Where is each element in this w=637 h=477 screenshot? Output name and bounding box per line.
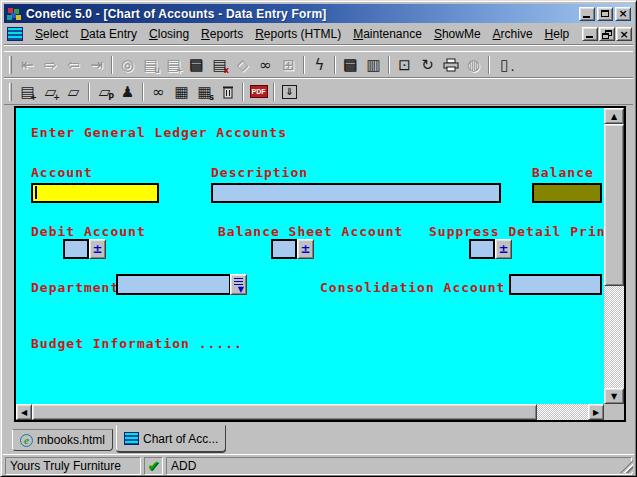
penguin-icon: ♟ bbox=[121, 83, 134, 101]
scroll-right-button[interactable]: ▶ bbox=[588, 404, 604, 420]
menu-help[interactable]: Help bbox=[539, 25, 576, 43]
menu-reports-html[interactable]: Reports (HTML) bbox=[249, 25, 347, 43]
export-button[interactable]: ⇓ bbox=[278, 81, 301, 103]
mode-text: ADD bbox=[171, 459, 196, 473]
nav-previous-button: ⇦ bbox=[62, 54, 85, 76]
department-dropdown-button[interactable]: ▼ bbox=[230, 274, 247, 295]
vertical-scroll-thumb[interactable] bbox=[604, 124, 624, 286]
nav-first-button: ⇤ bbox=[16, 54, 39, 76]
delete-record-icon-overlay: x bbox=[224, 66, 229, 75]
close-button[interactable]: × bbox=[615, 7, 631, 21]
menu-reports[interactable]: Reports bbox=[195, 25, 249, 43]
description-input[interactable] bbox=[211, 183, 501, 203]
add-record-icon-overlay: + bbox=[176, 66, 183, 75]
menu-select[interactable]: Select bbox=[29, 25, 74, 43]
checkmark-icon: ✔ bbox=[147, 457, 160, 475]
trash-button[interactable] bbox=[216, 81, 239, 103]
toolbar-row-1: ⇤⇨⇦⇥◎▤u▤+▤▤▤x◇∞⊞ϟ▤▤▥⊡↻◍▯· bbox=[4, 51, 633, 78]
nav-first-icon: ⇤ bbox=[21, 56, 34, 74]
find-record-button[interactable]: ∞ bbox=[254, 54, 277, 76]
vertical-scrollbar[interactable]: ▲ ▼ bbox=[604, 108, 624, 404]
maximize-button[interactable] bbox=[597, 7, 613, 21]
tab-label: mbooks.html bbox=[37, 433, 105, 447]
mdi-close-icon: × bbox=[619, 28, 628, 41]
window-tile-icon: ⊡ bbox=[398, 56, 411, 74]
spinner-updown-icon: ± bbox=[498, 242, 508, 256]
form-heading: Enter General Ledger Accounts bbox=[31, 125, 287, 140]
lightning-icon: ϟ bbox=[315, 56, 325, 74]
tab-chart-of-accounts[interactable]: Chart of Acc... bbox=[116, 425, 226, 452]
window-title: Conetic 5.0 - [Chart of Accounts - Data … bbox=[26, 7, 326, 21]
menu-showme[interactable]: ShowMe bbox=[428, 25, 487, 43]
menu-maintenance[interactable]: Maintenance bbox=[347, 25, 428, 43]
menu-bar: SelectData EntryClosingReportsReports (H… bbox=[4, 24, 633, 45]
spinner-updown-icon: ± bbox=[92, 242, 102, 256]
balance-sheet-spin-button[interactable]: ± bbox=[297, 239, 314, 259]
chevron-down-icon: ▼ bbox=[238, 285, 244, 294]
nav-last-icon: ⇥ bbox=[90, 56, 103, 74]
refresh-clock-button[interactable]: ↻ bbox=[416, 54, 439, 76]
horizontal-scroll-thumb[interactable] bbox=[32, 404, 537, 420]
mdi-minimize-button[interactable] bbox=[582, 27, 598, 41]
open-table-print-button[interactable]: ▱P bbox=[93, 81, 116, 103]
paste-button[interactable]: ▥ bbox=[362, 54, 385, 76]
mdi-system-menu-icon[interactable] bbox=[7, 27, 23, 41]
delete-record-button[interactable]: ▤x bbox=[208, 54, 231, 76]
balance-sheet-input[interactable] bbox=[271, 239, 297, 259]
balance-input[interactable] bbox=[532, 183, 602, 203]
department-input[interactable] bbox=[116, 274, 231, 295]
description-label: Description bbox=[211, 165, 308, 180]
account-input[interactable] bbox=[31, 183, 159, 203]
menu-closing[interactable]: Closing bbox=[143, 25, 195, 43]
open-table-button[interactable]: ▱ bbox=[62, 81, 85, 103]
exit-door-icon-overlay: · bbox=[511, 66, 514, 75]
spinner-updown-icon: ± bbox=[300, 242, 310, 256]
mdi-restore-button[interactable] bbox=[599, 27, 615, 41]
app-icon[interactable] bbox=[7, 6, 23, 21]
status-company-panel: Yours Truly Furniture bbox=[5, 457, 141, 475]
menu-data-entry[interactable]: Data Entry bbox=[74, 25, 143, 43]
mdi-close-button[interactable]: × bbox=[616, 27, 632, 41]
open-table-add-icon-overlay: + bbox=[53, 93, 60, 102]
toolbar-separator bbox=[142, 83, 144, 101]
suppress-detail-input[interactable] bbox=[469, 239, 495, 259]
exit-door-icon: ▯ bbox=[500, 56, 508, 74]
copy-record-icon: ▤ bbox=[189, 55, 203, 73]
open-table-icon: ▱ bbox=[68, 83, 80, 101]
horizontal-scrollbar[interactable]: ◀ ▶ bbox=[16, 404, 604, 420]
lightning-button[interactable]: ϟ bbox=[308, 54, 331, 76]
menu-archive[interactable]: Archive bbox=[487, 25, 539, 43]
image-button[interactable]: ▦ bbox=[170, 81, 193, 103]
window-tile-button[interactable]: ⊡ bbox=[393, 54, 416, 76]
pdf-button[interactable]: PDF bbox=[247, 81, 270, 103]
exit-door-button[interactable]: ▯· bbox=[493, 54, 516, 76]
export-icon: ⇓ bbox=[282, 85, 296, 99]
toolbar-grip[interactable] bbox=[9, 83, 12, 101]
suppress-detail-spin-button[interactable]: ± bbox=[495, 239, 512, 259]
image-save-button[interactable]: ▦s bbox=[193, 81, 216, 103]
status-bar: Yours Truly Furniture ✔ ADD bbox=[3, 454, 634, 475]
scroll-left-button[interactable]: ◀ bbox=[16, 404, 32, 420]
scrollbar-corner bbox=[604, 404, 624, 420]
search-binoculars-button[interactable]: ∞ bbox=[147, 81, 170, 103]
scroll-down-button[interactable]: ▼ bbox=[604, 388, 624, 404]
consolidation-account-input[interactable] bbox=[509, 274, 602, 295]
add-record-button: ▤+ bbox=[162, 54, 185, 76]
print-button[interactable] bbox=[439, 54, 462, 76]
debit-account-spin-button[interactable]: ± bbox=[89, 239, 106, 259]
copy-button[interactable]: ▤▤ bbox=[339, 54, 362, 76]
debit-account-input[interactable] bbox=[63, 239, 89, 259]
tab-mbooks[interactable]: e mbooks.html bbox=[12, 429, 113, 451]
new-record-button[interactable]: ▤+ bbox=[16, 81, 39, 103]
minimize-icon bbox=[583, 16, 590, 18]
balance-sheet-account-label: Balance Sheet Account bbox=[218, 224, 403, 239]
open-table-add-button[interactable]: ▱+ bbox=[39, 81, 62, 103]
company-name: Yours Truly Furniture bbox=[10, 459, 121, 473]
data-cube-icon: ◇ bbox=[237, 56, 249, 74]
minimize-button[interactable] bbox=[579, 7, 595, 21]
copy-record-button[interactable]: ▤▤ bbox=[185, 54, 208, 76]
penguin-button[interactable]: ♟ bbox=[116, 81, 139, 103]
toolbar-grip[interactable] bbox=[9, 56, 12, 74]
arrow-right-icon: ▶ bbox=[593, 408, 599, 417]
scroll-up-button[interactable]: ▲ bbox=[604, 108, 624, 124]
